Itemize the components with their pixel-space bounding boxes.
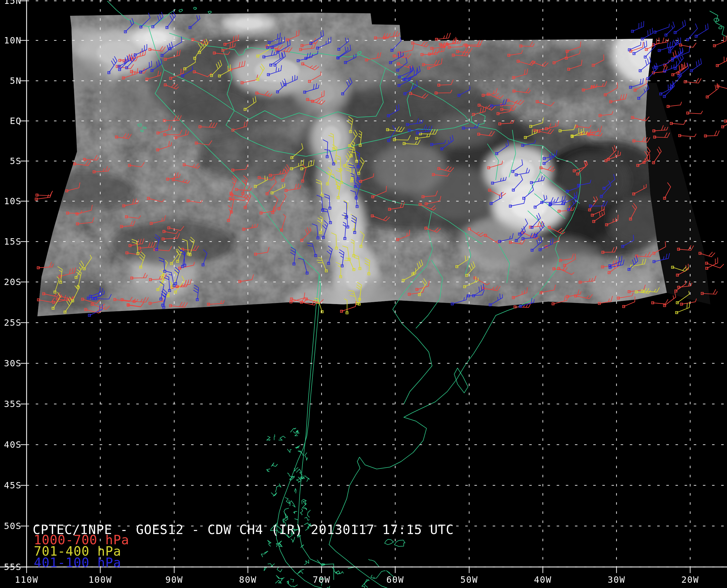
- cloud-blob: [526, 44, 620, 100]
- cloud-core: [511, 194, 547, 218]
- cloud-blob: [111, 222, 233, 266]
- map-frame: CPTEC/INPE - GOES12 - CDW CH4 (IR) 20130…: [0, 0, 727, 588]
- cloud-core: [236, 19, 263, 28]
- cloud-core: [344, 257, 368, 291]
- map-canvas: [0, 0, 727, 588]
- screenshot-root: { "header": { "title": "CPTEC/INPE - GOE…: [0, 0, 727, 588]
- cloud-core: [328, 163, 346, 196]
- cloud-core: [143, 31, 167, 44]
- cloud-blob: [432, 46, 537, 82]
- cloud-blob: [435, 113, 496, 147]
- cloud-blob: [100, 79, 166, 120]
- cloud-core: [321, 126, 341, 151]
- cloud-core: [501, 159, 534, 184]
